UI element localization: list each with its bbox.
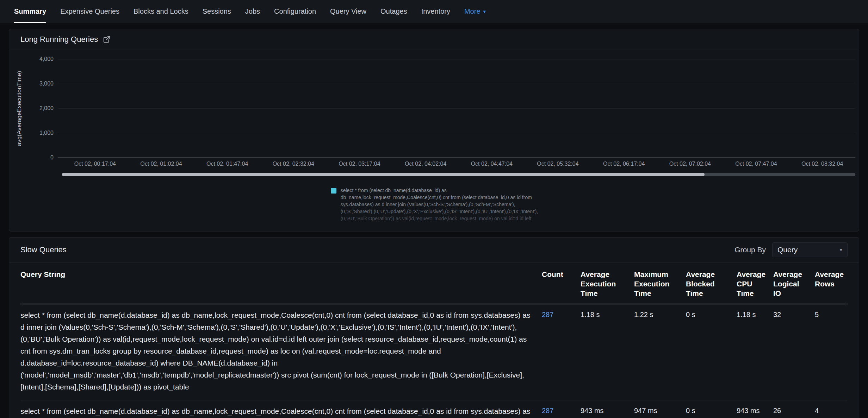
legend-text-line: select * from (select db_name(d.database…: [341, 187, 538, 194]
x-tick-label: Oct 02, 01:47:04: [194, 161, 260, 167]
avg-logical-io-cell: 32: [773, 309, 815, 319]
legend-text-line: db_name,lock_request_mode,Coalesce(cnt,0…: [341, 194, 538, 201]
y-axis-ticks: 01,0002,0003,0004,000: [25, 59, 58, 158]
nav-tabs: SummaryExpensive QueriesBlocks and Locks…: [14, 0, 450, 23]
legend-swatch: [331, 188, 336, 194]
tab-configuration[interactable]: Configuration: [274, 0, 316, 23]
slow-queries-panel: Slow Queries Group By Query ▾ Query Stri…: [9, 237, 859, 418]
x-tick-label: Oct 02, 01:02:04: [128, 161, 194, 167]
legend-text-line: (0,'BU','Bulk Operation')) as val(id,req…: [341, 215, 538, 222]
slow-queries-table: Query StringCountAverage Execution TimeM…: [9, 262, 859, 418]
avg-execution-time-cell: 1.18 s: [581, 309, 634, 319]
legend-query-text: select * from (select db_name(d.database…: [341, 187, 538, 222]
long-running-queries-panel: Long Running Queries avg(AverageExecutio…: [9, 29, 859, 232]
avg-blocked-time-cell: 0 s: [686, 309, 737, 319]
column-header-count: Count: [542, 270, 581, 298]
tab-inventory[interactable]: Inventory: [421, 0, 450, 23]
chart-scrollbar[interactable]: [62, 173, 855, 176]
top-nav: SummaryExpensive QueriesBlocks and Locks…: [0, 0, 868, 23]
y-tick-label: 0: [50, 154, 54, 161]
query-string-cell: select * from (select db_name(d.database…: [20, 309, 542, 393]
avg-rows-cell: 4: [815, 405, 848, 415]
tab-summary[interactable]: Summary: [14, 0, 46, 23]
chart-scrollbar-thumb[interactable]: [62, 173, 705, 176]
avg-rows-cell: 5: [815, 309, 848, 319]
group-by-control: Group By Query ▾: [734, 242, 848, 257]
avg-cpu-time-cell: 1.18 s: [737, 309, 773, 319]
legend-text-line: sys.databases) as d inner join (Values(0…: [341, 201, 538, 208]
column-header-average-rows: Average Rows: [815, 270, 848, 298]
chevron-down-icon: ▾: [839, 247, 842, 253]
table-header-row: Query StringCountAverage Execution TimeM…: [20, 262, 848, 304]
x-tick-label: Oct 02, 05:32:04: [525, 161, 591, 167]
slow-queries-title: Slow Queries: [20, 245, 67, 254]
long-running-queries-chart: avg(AverageExecutionTime) 01,0002,0003,0…: [9, 50, 859, 222]
avg-logical-io-cell: 26: [773, 405, 815, 415]
long-running-queries-title: Long Running Queries: [20, 35, 98, 44]
max-execution-time-cell: 947 ms: [634, 405, 686, 415]
tab-outages[interactable]: Outages: [380, 0, 407, 23]
group-by-dropdown[interactable]: Query ▾: [772, 242, 848, 257]
column-header-average-blocked-time: Average Blocked Time: [686, 270, 737, 298]
count-link[interactable]: 287: [542, 309, 581, 319]
tab-expensive-queries[interactable]: Expensive Queries: [60, 0, 119, 23]
x-tick-label: Oct 02, 03:17:04: [327, 161, 393, 167]
column-header-average-cpu-time: Average CPU Time: [737, 270, 773, 298]
tab-jobs[interactable]: Jobs: [245, 0, 260, 23]
tab-query-view[interactable]: Query View: [330, 0, 366, 23]
x-tick-label: Oct 02, 07:02:04: [657, 161, 723, 167]
column-header-maximum-execution-time: Maximum Execution Time: [634, 270, 686, 298]
avg-cpu-time-cell: 943 ms: [737, 405, 773, 415]
max-execution-time-cell: 1.22 s: [634, 309, 686, 319]
x-tick-label: Oct 02, 02:32:04: [260, 161, 327, 167]
column-header-average-logical-io: Average Logical IO: [773, 270, 815, 298]
y-tick-label: 3,000: [39, 81, 54, 87]
group-by-label: Group By: [734, 246, 766, 254]
y-axis-title: avg(AverageExecutionTime): [13, 59, 25, 158]
x-tick-label: Oct 02, 07:47:04: [723, 161, 789, 167]
x-tick-label: Oct 02, 06:17:04: [591, 161, 657, 167]
query-string-cell: select * from (select db_name(d.database…: [20, 405, 542, 418]
slow-queries-header: Slow Queries Group By Query ▾: [9, 238, 859, 262]
legend-text-line: (0,'S','Shared'),(0,'U','Update'),(0,'X'…: [341, 208, 538, 215]
table-row: select * from (select db_name(d.database…: [20, 400, 848, 418]
avg-execution-time-cell: 943 ms: [581, 405, 634, 415]
x-tick-label: Oct 02, 00:17:04: [62, 161, 128, 167]
chevron-down-icon: ▾: [483, 8, 486, 15]
tab-sessions[interactable]: Sessions: [203, 0, 231, 23]
count-link[interactable]: 287: [542, 405, 581, 415]
more-label: More: [464, 7, 480, 15]
column-header-query-string: Query String: [20, 270, 542, 298]
column-header-average-execution-time: Average Execution Time: [581, 270, 634, 298]
y-tick-label: 2,000: [39, 105, 54, 112]
tab-blocks-and-locks[interactable]: Blocks and Locks: [134, 0, 188, 23]
plot-area: [58, 59, 855, 158]
group-by-value: Query: [777, 246, 798, 254]
chart-legend: select * from (select db_name(d.database…: [331, 187, 538, 222]
avg-blocked-time-cell: 0 s: [686, 405, 737, 415]
y-tick-label: 1,000: [39, 130, 54, 136]
x-axis-labels: Oct 02, 00:17:04Oct 02, 01:02:04Oct 02, …: [62, 161, 855, 167]
x-tick-label: Oct 02, 04:47:04: [459, 161, 525, 167]
x-tick-label: Oct 02, 08:32:04: [789, 161, 855, 167]
more-button[interactable]: More ▾: [464, 0, 486, 23]
long-running-queries-header: Long Running Queries: [9, 29, 859, 50]
open-in-new-icon[interactable]: [103, 36, 111, 43]
x-tick-label: Oct 02, 04:02:04: [392, 161, 459, 167]
y-tick-label: 4,000: [39, 56, 54, 62]
table-row: select * from (select db_name(d.database…: [20, 304, 848, 400]
